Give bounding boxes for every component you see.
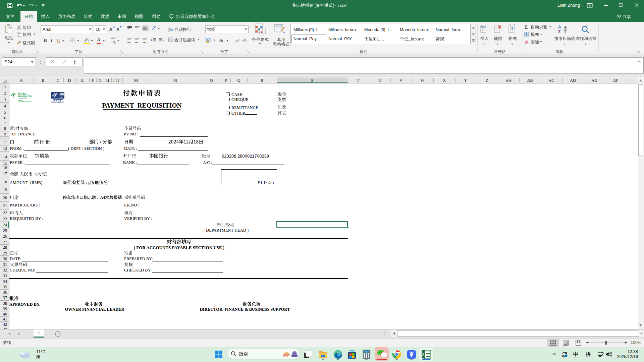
svg-text:c: c	[168, 30, 170, 32]
svg-text:A: A	[558, 25, 561, 29]
svg-text:.00: .00	[235, 40, 238, 43]
svg-text:→.0: →.0	[242, 40, 247, 43]
svg-text:Express: Express	[59, 95, 65, 97]
svg-text:≠: ≠	[261, 29, 263, 34]
svg-text:Z: Z	[558, 29, 560, 34]
